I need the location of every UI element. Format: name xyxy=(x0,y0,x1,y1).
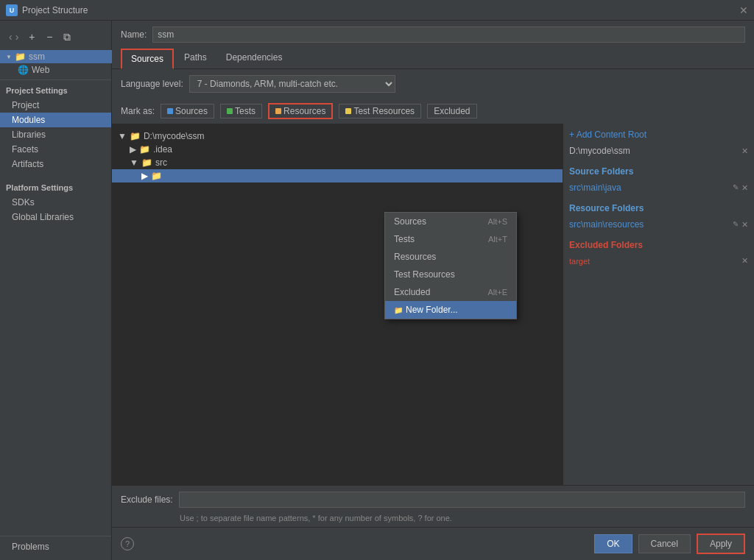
ctx-tests-label: Tests xyxy=(394,234,415,244)
ctx-new-folder[interactable]: 📁 New Folder... xyxy=(385,301,516,319)
tree-item-src[interactable]: ▼ 📁 src xyxy=(112,156,563,169)
forward-button[interactable]: › xyxy=(15,31,19,43)
mark-excluded-button[interactable]: Excluded xyxy=(427,104,476,118)
right-panel: + Add Content Root D:\mycode\ssm ✕ Sourc… xyxy=(563,124,754,485)
new-folder-icon: 📁 xyxy=(394,306,403,314)
module-label-web: Web xyxy=(32,65,49,75)
ctx-excluded-shortcut: Alt+E xyxy=(487,288,507,297)
add-module-button[interactable]: + xyxy=(24,29,39,44)
back-button[interactable]: ‹ xyxy=(9,31,13,43)
mark-excluded-label: Excluded xyxy=(434,106,470,116)
ctx-resources-label: Resources xyxy=(394,252,436,262)
src-folder-icon: 📁 xyxy=(141,157,152,168)
ctx-resources[interactable]: Resources xyxy=(385,248,516,266)
language-level-row: Language level: 7 - Diamonds, ARM, multi… xyxy=(112,69,754,99)
edit-source-folder-button[interactable]: ✎ xyxy=(733,183,739,193)
copy-module-button[interactable]: ⧉ xyxy=(60,29,74,44)
window-title: Project Structure xyxy=(22,5,88,15)
tree-item-idea[interactable]: ▶ 📁 .idea xyxy=(112,143,563,156)
help-button[interactable]: ? xyxy=(121,537,134,550)
close-button[interactable]: ✕ xyxy=(739,4,748,16)
mark-sources-button[interactable]: Sources xyxy=(161,104,214,118)
mark-test-resources-button[interactable]: Test Resources xyxy=(339,104,421,118)
mark-tests-label: Tests xyxy=(235,106,256,116)
resource-folder-path: src\main\resources xyxy=(569,219,644,230)
remove-source-folder-button[interactable]: ✕ xyxy=(741,183,748,193)
module-label-ssm: ssm xyxy=(29,52,45,62)
content-area: Name: Sources Paths Dependencies Languag… xyxy=(112,21,754,560)
ctx-excluded[interactable]: Excluded Alt+E xyxy=(385,283,516,301)
content-root-path-label: D:\mycode\ssm xyxy=(569,146,630,156)
mark-test-resources-label: Test Resources xyxy=(353,106,415,116)
add-content-root-button[interactable]: + Add Content Root xyxy=(569,130,646,140)
app-icon: U xyxy=(6,4,18,16)
sidebar-item-facets[interactable]: Facets xyxy=(0,142,111,157)
sidebar-item-sdks[interactable]: SDKs xyxy=(0,195,111,210)
sidebar: ‹ › + − ⧉ ▼ 📁 ssm 🌐 Web Project Settings… xyxy=(0,21,112,560)
excluded-folder-path: target xyxy=(569,257,590,266)
module-item-web[interactable]: 🌐 Web xyxy=(0,63,112,77)
ctx-tests[interactable]: Tests Alt+T xyxy=(385,230,516,248)
language-level-select[interactable]: 7 - Diamonds, ARM, multi-catch etc. xyxy=(189,75,395,93)
ctx-new-folder-label: New Folder... xyxy=(406,305,458,315)
project-settings-header: Project Settings xyxy=(0,83,111,98)
expand-arrow: ▼ xyxy=(6,54,12,60)
remove-content-root-button[interactable]: ✕ xyxy=(741,146,748,156)
idea-folder-icon: 📁 xyxy=(139,144,150,155)
tab-dependencies[interactable]: Dependencies xyxy=(217,49,292,68)
sources-color-dot xyxy=(167,108,173,114)
source-folders-title: Source Folders xyxy=(569,166,748,177)
remove-resource-folder-button[interactable]: ✕ xyxy=(741,220,748,230)
module-item-ssm[interactable]: ▼ 📁 ssm xyxy=(0,50,112,63)
main-folder-icon: 📁 xyxy=(151,171,162,181)
ctx-tests-shortcut: Alt+T xyxy=(488,235,507,244)
resource-folder-item: src\main\resources ✎ ✕ xyxy=(569,219,748,230)
exclude-files-hint: Use ; to separate file name patterns, * … xyxy=(171,514,754,527)
file-tree: ▼ 📁 D:\mycode\ssm ▶ 📁 .idea ▼ 📁 src ▶ 📁 xyxy=(112,124,563,485)
sidebar-item-modules[interactable]: Modules xyxy=(0,113,111,127)
tree-item-root[interactable]: ▼ 📁 D:\mycode\ssm xyxy=(112,130,563,143)
tree-item-main[interactable]: ▶ 📁 xyxy=(112,169,563,182)
source-folder-item: src\main\java ✎ ✕ xyxy=(569,182,748,193)
button-row: ? OK Cancel Apply xyxy=(112,527,754,560)
tree-src-label: src xyxy=(155,157,167,168)
sidebar-item-project[interactable]: Project xyxy=(0,98,111,113)
ctx-sources-label: Sources xyxy=(394,216,426,227)
mark-as-label: Mark as: xyxy=(121,106,155,116)
sidebar-item-problems[interactable]: Problems xyxy=(0,539,111,554)
sidebar-item-libraries[interactable]: Libraries xyxy=(0,127,111,142)
exclude-files-label: Exclude files: xyxy=(121,495,173,505)
name-input[interactable] xyxy=(152,26,745,43)
remove-module-button[interactable]: − xyxy=(42,29,57,44)
sidebar-item-global-libraries[interactable]: Global Libraries xyxy=(0,210,111,224)
ctx-sources[interactable]: Sources Alt+S xyxy=(385,213,516,230)
ok-button[interactable]: OK xyxy=(594,534,632,553)
tab-sources[interactable]: Sources xyxy=(121,49,174,69)
resources-color-dot xyxy=(275,108,281,114)
sidebar-item-artifacts[interactable]: Artifacts xyxy=(0,157,111,171)
mark-resources-button[interactable]: Resources xyxy=(268,103,333,119)
excluded-folders-title: Excluded Folders xyxy=(569,240,748,250)
ctx-test-resources[interactable]: Test Resources xyxy=(385,266,516,283)
tab-paths[interactable]: Paths xyxy=(175,49,216,68)
mark-sources-label: Sources xyxy=(175,106,208,116)
sidebar-toolbar: ‹ › + − ⧉ xyxy=(0,26,111,50)
context-menu: Sources Alt+S Tests Alt+T Resources Test… xyxy=(384,212,517,319)
excluded-folder-item: target ✕ xyxy=(569,256,748,266)
language-level-label: Language level: xyxy=(121,79,183,89)
folder-icon: 📁 xyxy=(15,52,26,62)
exclude-files-input[interactable] xyxy=(179,492,745,508)
root-folder-icon: 📁 xyxy=(130,131,141,141)
ctx-sources-shortcut: Alt+S xyxy=(487,217,507,226)
mark-tests-button[interactable]: Tests xyxy=(220,104,262,118)
bottom-area: Exclude files: Use ; to separate file na… xyxy=(112,485,754,560)
edit-resource-folder-button[interactable]: ✎ xyxy=(733,220,739,230)
cancel-button[interactable]: Cancel xyxy=(638,534,691,553)
apply-button[interactable]: Apply xyxy=(697,534,745,554)
remove-excluded-folder-button[interactable]: ✕ xyxy=(741,256,748,266)
exclude-files-row: Exclude files: xyxy=(112,486,754,514)
tests-color-dot xyxy=(227,108,233,114)
tree-idea-label: .idea xyxy=(153,144,172,155)
content-root-path-row: D:\mycode\ssm ✕ xyxy=(569,146,748,156)
platform-settings-header: Platform Settings xyxy=(0,180,111,195)
